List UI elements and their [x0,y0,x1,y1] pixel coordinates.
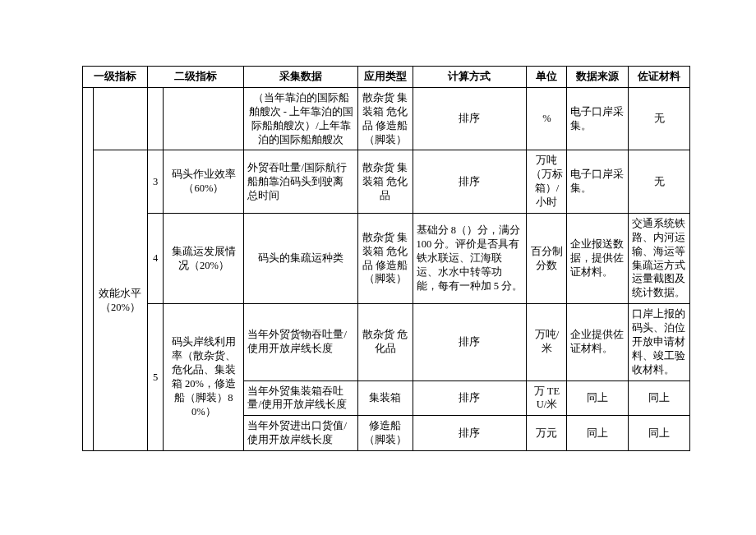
proof-cell: 无 [629,150,690,214]
header-level1: 一级指标 [83,67,148,88]
proof-cell: 交通系统铁路、内河运输、海运等集疏运方式运量截图及统计数据。 [629,213,690,303]
table-row: 效能水平（20%） 3 码头作业效率（60%） 外贸吞吐量/国际航行船舶靠泊码头… [83,150,690,214]
collect-cell: 当年外贸集装箱吞吐量/使用开放岸线长度 [244,380,358,416]
calc-cell: 排序 [413,416,527,451]
level2-cell: 码头岸线利用率（散杂货、危化品、集装箱 20%，修造船（脚装）80%） [164,304,244,451]
src-cell: 同上 [567,380,629,416]
header-unit: 单位 [527,67,567,88]
unit-cell: 百分制分数 [527,213,567,303]
type-cell: 修造船（脚装） [358,416,413,451]
index-cell: 5 [148,304,164,451]
calc-cell: 排序 [413,380,527,416]
type-cell: 散杂货 集装箱 危化品 修造船（脚装） [358,213,413,303]
unit-cell: 万元 [527,416,567,451]
level1-cell-empty [93,87,147,150]
unit-cell: % [527,87,567,150]
src-cell: 企业报送数据，提供佐证材料。 [567,213,629,303]
level2-cell: 码头作业效率（60%） [164,150,244,214]
header-calc: 计算方式 [413,67,527,88]
src-cell: 电子口岸采集。 [567,150,629,214]
header-level2: 二级指标 [148,67,244,88]
proof-cell: 口岸上报的码头、泊位开放申请材料、竣工验收材料。 [629,304,690,380]
calc-cell: 基础分 8（）分，满分 100 分。评价是否具有铁水联运、江海联运、水水中转等功… [413,213,527,303]
collect-cell: 当年外贸进出口货值/使用开放岸线长度 [244,416,358,451]
level1-spacer [83,87,94,450]
src-cell: 电子口岸采集。 [567,87,629,150]
src-cell: 同上 [567,416,629,451]
level2-cell: 集疏运发展情况（20%） [164,213,244,303]
table-row: 4 集疏运发展情况（20%） 码头的集疏运种类 散杂货 集装箱 危化品 修造船（… [83,213,690,303]
calc-cell: 排序 [413,304,527,380]
collect-cell: 码头的集疏运种类 [244,213,358,303]
index-cell: 3 [148,150,164,214]
calc-cell: 排序 [413,87,527,150]
type-cell: 散杂货 危化品 [358,304,413,380]
header-proof: 佐证材料 [629,67,690,88]
header-src: 数据来源 [567,67,629,88]
proof-cell: 无 [629,87,690,150]
calc-cell: 排序 [413,150,527,214]
index-cell: 4 [148,213,164,303]
proof-cell: 同上 [629,416,690,451]
collect-cell: （当年靠泊的国际船舶艘次 - 上年靠泊的国际船舶艘次）/上年靠泊的国际船舶艘次 [244,87,358,150]
indicator-table: 一级指标 二级指标 采集数据 应用类型 计算方式 单位 数据来源 佐证材料 （当… [82,66,690,451]
index-cell [148,87,164,150]
header-type: 应用类型 [358,67,413,88]
proof-cell: 同上 [629,380,690,416]
level2-cell-empty [164,87,244,150]
type-cell: 散杂货 集装箱 危化品 修造船（脚装） [358,87,413,150]
collect-cell: 外贸吞吐量/国际航行船舶靠泊码头到驶离总时间 [244,150,358,214]
unit-cell: 万 TEU/米 [527,380,567,416]
src-cell: 企业提供佐证材料。 [567,304,629,380]
level1-cell: 效能水平（20%） [93,150,147,451]
type-cell: 集装箱 [358,380,413,416]
table-row: 5 码头岸线利用率（散杂货、危化品、集装箱 20%，修造船（脚装）80%） 当年… [83,304,690,380]
type-cell: 散杂货 集装箱 危化品 [358,150,413,214]
unit-cell: 万吨/米 [527,304,567,380]
collect-cell: 当年外贸货物吞吐量/使用开放岸线长度 [244,304,358,380]
table-header-row: 一级指标 二级指标 采集数据 应用类型 计算方式 单位 数据来源 佐证材料 [83,67,690,88]
table-row: （当年靠泊的国际船舶艘次 - 上年靠泊的国际船舶艘次）/上年靠泊的国际船舶艘次 … [83,87,690,150]
unit-cell: 万吨（万标箱）/小时 [527,150,567,214]
header-collect: 采集数据 [244,67,358,88]
